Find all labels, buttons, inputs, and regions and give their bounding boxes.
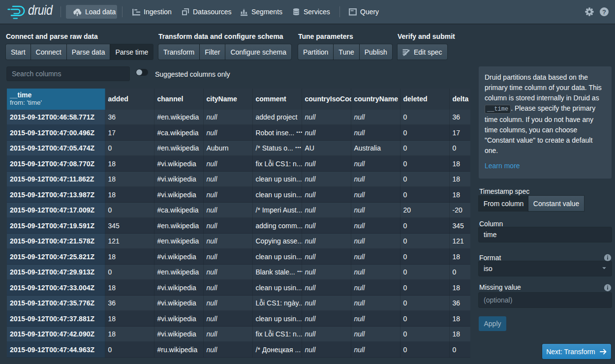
svg-text:?: ? (602, 8, 606, 16)
